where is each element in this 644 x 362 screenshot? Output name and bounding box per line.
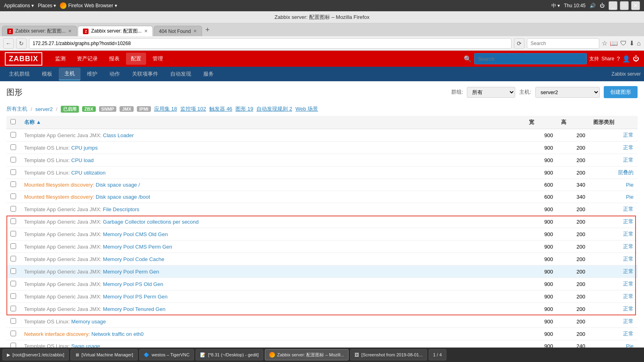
subnav-discovery[interactable]: 自动发现: [165, 68, 197, 80]
nav-monitor[interactable]: 监测: [50, 53, 70, 65]
create-graph-button[interactable]: 创建图形: [604, 86, 638, 98]
subnav-actions[interactable]: 动作: [104, 68, 126, 80]
row-checkbox[interactable]: [10, 243, 16, 249]
breadcrumb-server2[interactable]: server2: [35, 106, 53, 112]
row-name-link[interactable]: Disk space usage /boot: [94, 194, 150, 200]
user-icon[interactable]: 👤: [622, 55, 630, 63]
breadcrumb-allhosts[interactable]: 所有主机: [6, 105, 27, 113]
row-checkbox[interactable]: [10, 318, 16, 324]
row-name-link[interactable]: Memory usage: [70, 319, 106, 325]
reader-icon[interactable]: 📖: [610, 39, 618, 47]
row-name-link[interactable]: Garbage Collector collections per second: [101, 219, 198, 225]
row-name-link[interactable]: Memory Pool CMS Perm Gen: [101, 244, 172, 250]
subnav-services[interactable]: 服务: [198, 68, 219, 80]
reload-button[interactable]: ↻: [16, 38, 27, 49]
row-checkbox[interactable]: [10, 256, 16, 261]
group-filter-select[interactable]: 所有: [467, 87, 515, 98]
support-link[interactable]: 支持: [589, 56, 599, 62]
refresh-button[interactable]: ⟳: [514, 38, 524, 49]
nav-reports[interactable]: 报表: [104, 53, 124, 65]
row-name-prefix[interactable]: Mounted filesystem discovery:: [24, 182, 94, 188]
applications-menu[interactable]: Applications ▾: [4, 3, 34, 8]
tab-close-2[interactable]: ✕: [144, 29, 148, 34]
row-name-link[interactable]: CPU jumps: [70, 145, 97, 151]
triggers-count[interactable]: 触发器 46: [209, 105, 232, 113]
volume-icon[interactable]: 🔊: [590, 3, 596, 8]
row-name-link[interactable]: CPU utilization: [70, 170, 105, 176]
apps-count[interactable]: 应用集 18: [154, 105, 177, 113]
row-name-link[interactable]: Memory Pool Perm Gen: [101, 269, 159, 275]
input-method[interactable]: 中 ▾: [551, 2, 560, 9]
close-btn[interactable]: ✕: [631, 1, 640, 10]
row-checkbox[interactable]: [10, 169, 16, 175]
power-icon[interactable]: ⏻: [600, 3, 605, 8]
host-filter-select[interactable]: server2: [535, 87, 600, 98]
taskbar-firefox[interactable]: Zabbix server: 配置图标 – Mozill...: [265, 349, 349, 360]
share-btn[interactable]: Share: [601, 56, 614, 62]
home-icon[interactable]: ⌂: [637, 40, 641, 47]
tab-close-1[interactable]: ✕: [68, 29, 72, 34]
row-name-prefix[interactable]: Mounted filesystem discovery:: [24, 194, 94, 200]
discovery-count[interactable]: 自动发现规则 2: [256, 105, 292, 113]
row-checkbox[interactable]: [10, 193, 16, 199]
subnav-correvents[interactable]: 关联项事件: [126, 68, 164, 80]
browser-search-input[interactable]: [527, 38, 599, 49]
subnav-hostgroups[interactable]: 主机群组: [3, 68, 35, 80]
browser-tab-3[interactable]: 404 Not Found ✕: [154, 26, 202, 36]
nav-assets[interactable]: 资产记录: [72, 53, 103, 65]
row-checkbox[interactable]: [10, 293, 16, 299]
col-type-header[interactable]: 图形类别: [589, 116, 638, 129]
web-count[interactable]: Web 场景: [295, 105, 318, 113]
row-checkbox[interactable]: [10, 206, 16, 212]
row-checkbox[interactable]: [10, 306, 16, 311]
row-name-prefix[interactable]: Network interface discovery:: [24, 331, 90, 337]
items-count[interactable]: 监控项 102: [180, 105, 206, 113]
col-name-header[interactable]: 名称 ▲: [20, 116, 525, 129]
subnav-templates[interactable]: 模板: [36, 68, 58, 80]
header-search-input[interactable]: [474, 53, 587, 64]
browser-tab-1[interactable]: Z Zabbix server: 配置图... ✕: [2, 26, 77, 36]
row-name-link[interactable]: Memory Pool Code Cache: [101, 256, 164, 262]
address-bar[interactable]: [29, 38, 512, 49]
bookmark-icon[interactable]: ☆: [602, 39, 607, 47]
graphs-count[interactable]: 图形 19: [235, 105, 253, 113]
row-name-link[interactable]: File Descriptors: [101, 206, 139, 212]
help-icon[interactable]: ?: [617, 56, 620, 62]
snmp-badge[interactable]: SNMP: [99, 106, 117, 112]
row-checkbox[interactable]: [10, 132, 16, 138]
firefox-menu[interactable]: Firefox Web Browser ▾: [60, 2, 117, 9]
row-checkbox[interactable]: [10, 144, 16, 150]
logout-icon[interactable]: ⏻: [633, 55, 639, 62]
row-name-link[interactable]: Disk space usage /: [94, 182, 140, 188]
row-name-link[interactable]: Memory Pool CMS Old Gen: [101, 231, 168, 237]
row-checkbox[interactable]: [10, 181, 16, 187]
taskbar-terminal[interactable]: ▶ [root@server1:/etc/zabbix]: [2, 349, 69, 360]
row-name-link[interactable]: CPU load: [70, 157, 93, 163]
taskbar-vnc[interactable]: 🔷 westos – TigerVNC: [139, 349, 194, 360]
row-name-link[interactable]: Network traffic on eth0: [90, 331, 143, 337]
tab-close-3[interactable]: ✕: [193, 29, 197, 34]
browser-tab-2[interactable]: Z Zabbix server: 配置图... ✕: [78, 26, 153, 36]
search-icon[interactable]: 🔍: [464, 55, 472, 63]
row-name-link[interactable]: Memory Pool PS Perm Gen: [101, 294, 167, 300]
row-name-link[interactable]: Class Loader: [101, 132, 134, 138]
row-checkbox[interactable]: [10, 268, 16, 274]
taskbar-vm[interactable]: 🖥 [Virtual Machine Manager]: [70, 349, 138, 360]
nav-config[interactable]: 配置: [126, 53, 146, 65]
row-name-link[interactable]: Memory Pool PS Old Gen: [101, 281, 163, 287]
row-checkbox[interactable]: [10, 281, 16, 286]
back-button[interactable]: ←: [3, 38, 14, 49]
taskbar-screenshot[interactable]: 🖼 [Screenshot from 2019-08-01...: [350, 349, 427, 360]
row-checkbox[interactable]: [10, 157, 16, 162]
row-checkbox[interactable]: [10, 331, 16, 336]
row-checkbox[interactable]: [10, 218, 16, 224]
row-checkbox[interactable]: [10, 231, 16, 237]
zbx-badge[interactable]: ZBX: [82, 106, 96, 112]
minimize-btn[interactable]: _: [609, 1, 617, 10]
places-menu[interactable]: Places ▾: [38, 3, 56, 8]
select-all-checkbox[interactable]: [10, 119, 16, 124]
taskbar-gedit[interactable]: 📝 [*8.31 (~/Desktop) - gedit]: [196, 349, 263, 360]
subnav-maintenance[interactable]: 维护: [81, 68, 103, 80]
taskbar-pager[interactable]: 1 / 4: [429, 349, 446, 360]
shield-icon[interactable]: 🛡: [620, 40, 627, 47]
